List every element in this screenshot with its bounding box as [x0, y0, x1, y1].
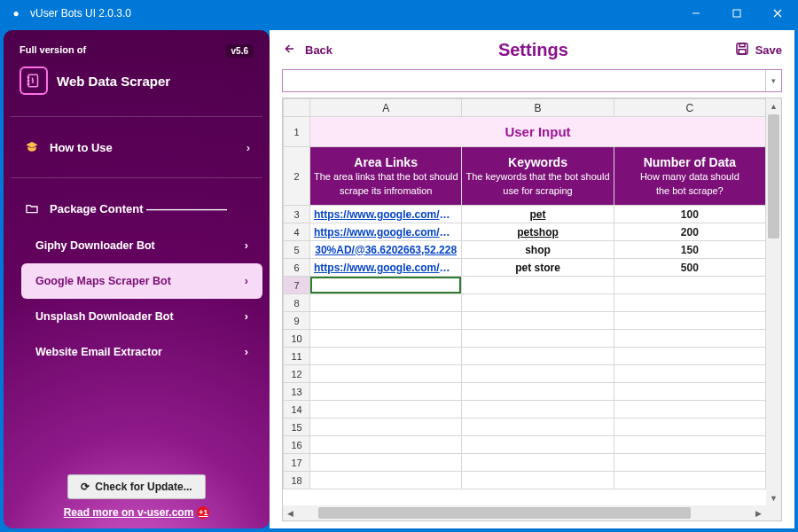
scroll-left-icon[interactable]: ◀ — [283, 505, 298, 520]
cell-empty[interactable] — [614, 401, 765, 419]
cell-empty[interactable] — [462, 436, 614, 454]
scroll-up-icon[interactable]: ▲ — [766, 98, 781, 113]
col-header-a[interactable]: A — [310, 99, 462, 117]
cell-empty[interactable] — [614, 383, 765, 401]
cell-empty[interactable] — [462, 365, 614, 383]
row-header[interactable]: 6 — [284, 259, 310, 277]
horizontal-scrollbar[interactable]: ◀ ▶ — [283, 505, 766, 520]
sidebar-subitem-googlemaps[interactable]: Google Maps Scraper Bot › — [21, 263, 262, 299]
cell-empty[interactable] — [310, 383, 462, 401]
cell-keyword[interactable]: petshop — [462, 223, 614, 241]
chevron-right-icon: › — [245, 239, 248, 252]
cell-empty[interactable] — [310, 330, 462, 348]
horizontal-scroll-thumb[interactable] — [318, 507, 691, 519]
maximize-button[interactable] — [716, 0, 757, 27]
cell-empty[interactable] — [310, 294, 462, 312]
row-header[interactable]: 16 — [284, 436, 310, 454]
check-update-label: Check for Update... — [95, 481, 192, 493]
cell-number[interactable]: 100 — [614, 206, 765, 223]
filter-input[interactable] — [283, 70, 765, 91]
cell-empty[interactable] — [614, 436, 765, 454]
sidebar-subitem-giphy[interactable]: Giphy Downloader Bot › — [21, 228, 262, 263]
cell-empty[interactable] — [462, 277, 614, 294]
cell-empty[interactable] — [614, 365, 765, 383]
check-update-button[interactable]: ⟳ Check for Update... — [67, 474, 205, 499]
svg-point-7 — [27, 83, 29, 85]
cell-keyword[interactable]: shop — [462, 241, 614, 259]
cell-empty[interactable] — [614, 312, 765, 330]
cell-empty[interactable] — [462, 294, 614, 312]
cell-empty[interactable] — [462, 312, 614, 330]
cell-empty[interactable] — [310, 312, 462, 330]
vertical-scrollbar[interactable]: ▲ ▼ — [766, 98, 781, 505]
row-header[interactable]: 3 — [284, 206, 310, 223]
cell-empty[interactable] — [310, 436, 462, 454]
corner-cell[interactable] — [284, 99, 310, 117]
row-header[interactable]: 12 — [284, 365, 310, 383]
back-button[interactable]: Back — [282, 43, 332, 58]
scroll-down-icon[interactable]: ▼ — [766, 490, 781, 505]
row-header[interactable]: 7 — [284, 277, 310, 294]
cell-empty[interactable] — [310, 277, 462, 294]
cell-number[interactable]: 200 — [614, 223, 765, 241]
scroll-right-icon[interactable]: ▶ — [751, 505, 766, 520]
row-header[interactable]: 14 — [284, 401, 310, 419]
product-title: Web Data Scraper — [57, 74, 170, 89]
row-header[interactable]: 4 — [284, 223, 310, 241]
cell-empty[interactable] — [614, 454, 765, 472]
sidebar-item-howtouse[interactable]: How to Use › — [11, 129, 262, 165]
cell-empty[interactable] — [614, 419, 765, 436]
row-header[interactable]: 15 — [284, 419, 310, 436]
row-header[interactable]: 17 — [284, 454, 310, 472]
cell-area-link[interactable]: https://www.google.com/map — [310, 206, 462, 223]
arrow-left-icon — [282, 43, 298, 58]
col-header-c[interactable]: C — [614, 99, 765, 117]
cell-empty[interactable] — [462, 454, 614, 472]
cell-empty[interactable] — [310, 419, 462, 436]
cell-area-link[interactable]: 30%AD/@36.6202663,52.228 — [310, 241, 462, 259]
row-header[interactable]: 1 — [284, 117, 310, 147]
cell-number[interactable]: 500 — [614, 259, 765, 277]
cell-empty[interactable] — [462, 330, 614, 348]
row-header[interactable]: 2 — [284, 147, 310, 206]
save-button[interactable]: Save — [734, 41, 782, 59]
cell-empty[interactable] — [614, 330, 765, 348]
vertical-scroll-thumb[interactable] — [768, 114, 779, 239]
cell-keyword[interactable]: pet store — [462, 259, 614, 277]
cell-number[interactable]: 150 — [614, 241, 765, 259]
cell-empty[interactable] — [462, 383, 614, 401]
cell-empty[interactable] — [310, 348, 462, 365]
filter-dropdown-button[interactable]: ▾ — [765, 70, 781, 91]
cell-empty[interactable] — [310, 454, 462, 472]
cell-empty[interactable] — [462, 419, 614, 436]
row-header[interactable]: 11 — [284, 348, 310, 365]
row-header[interactable]: 10 — [284, 330, 310, 348]
row-header[interactable]: 18 — [284, 472, 310, 489]
cell-area-link[interactable]: https://www.google.com/map — [310, 259, 462, 277]
cell-empty[interactable] — [310, 365, 462, 383]
minimize-button[interactable] — [676, 0, 716, 27]
sidebar-item-label: Unsplash Downloader Bot — [35, 310, 245, 323]
row-header[interactable]: 13 — [284, 383, 310, 401]
cell-empty[interactable] — [614, 294, 765, 312]
sidebar-subitem-unsplash[interactable]: Unsplash Downloader Bot › — [21, 299, 262, 334]
readmore-link[interactable]: Read more on v-user.com +1 — [64, 506, 210, 519]
cell-empty[interactable] — [462, 401, 614, 419]
row-header[interactable]: 9 — [284, 312, 310, 330]
cell-empty[interactable] — [310, 472, 462, 489]
cell-empty[interactable] — [614, 277, 765, 294]
cell-area-link[interactable]: https://www.google.com/map — [310, 223, 462, 241]
col-header-b[interactable]: B — [462, 99, 614, 117]
cell-empty[interactable] — [462, 472, 614, 489]
cell-keyword[interactable]: pet — [462, 206, 614, 223]
cell-empty[interactable] — [614, 348, 765, 365]
cell-empty[interactable] — [614, 472, 765, 489]
close-button[interactable] — [757, 0, 798, 27]
sidebar-subitem-emailextractor[interactable]: Website Email Extractor › — [21, 334, 262, 370]
page-title: Settings — [332, 40, 734, 60]
cell-empty[interactable] — [310, 401, 462, 419]
sidebar-item-package-content[interactable]: Package Content ——————— — [11, 191, 262, 226]
row-header[interactable]: 5 — [284, 241, 310, 259]
cell-empty[interactable] — [462, 348, 614, 365]
row-header[interactable]: 8 — [284, 294, 310, 312]
